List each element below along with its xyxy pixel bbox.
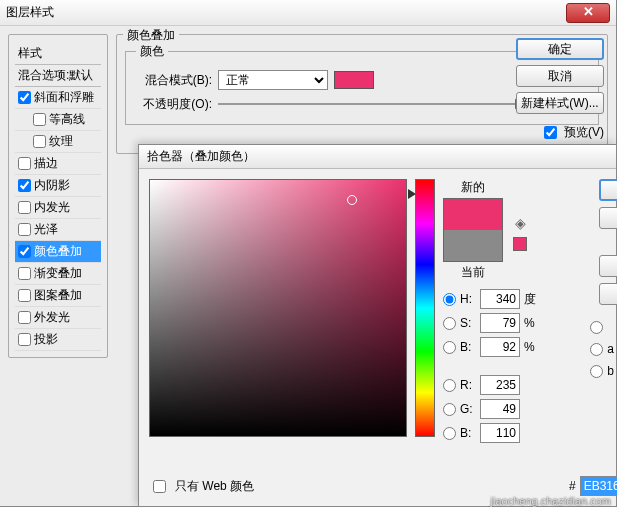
- new-style-button[interactable]: 新建样式(W)...: [516, 92, 604, 114]
- style-item-纹理[interactable]: 纹理: [15, 131, 101, 153]
- overlay-color-swatch[interactable]: [334, 71, 374, 89]
- radio-b[interactable]: [590, 365, 603, 378]
- radio-R[interactable]: [443, 379, 456, 392]
- saturation-value-field[interactable]: [149, 179, 407, 437]
- hex-input[interactable]: [580, 476, 617, 496]
- radio-b-label: b: [607, 364, 614, 378]
- blend-mode-select[interactable]: 正常: [218, 70, 328, 90]
- radio-G[interactable]: [443, 403, 456, 416]
- main-titlebar: 图层样式 ✕: [0, 0, 616, 26]
- preview-label: 预览(V): [564, 124, 604, 141]
- label-S: S:: [460, 316, 476, 330]
- style-item-外发光[interactable]: 外发光: [15, 307, 101, 329]
- style-label: 内发光: [34, 199, 70, 216]
- styles-header[interactable]: 样式: [15, 43, 101, 65]
- hex-label: #: [569, 479, 576, 493]
- style-item-等高线[interactable]: 等高线: [15, 109, 101, 131]
- style-label: 外发光: [34, 309, 70, 326]
- label-G: G:: [460, 402, 476, 416]
- style-checkbox[interactable]: [18, 201, 31, 214]
- style-label: 内阴影: [34, 177, 70, 194]
- style-item-内阴影[interactable]: 内阴影: [15, 175, 101, 197]
- unit-H: 度: [524, 291, 538, 308]
- current-label: 当前: [461, 264, 485, 281]
- style-label: 图案叠加: [34, 287, 82, 304]
- style-label: 渐变叠加: [34, 265, 82, 282]
- style-label: 斜面和浮雕: [34, 89, 94, 106]
- sv-cursor-icon: [347, 195, 357, 205]
- radio-a[interactable]: [590, 343, 603, 356]
- input-R[interactable]: [480, 375, 520, 395]
- color-legend: 颜色: [136, 43, 168, 60]
- unit-B: %: [524, 340, 538, 354]
- cancel-button[interactable]: 取消: [516, 65, 604, 87]
- style-checkbox[interactable]: [18, 179, 31, 192]
- style-label: 颜色叠加: [34, 243, 82, 260]
- styles-group: 样式 混合选项:默认 斜面和浮雕等高线纹理描边内阴影内发光光泽颜色叠加渐变叠加图…: [8, 34, 108, 358]
- input-S[interactable]: [480, 313, 520, 333]
- style-label: 描边: [34, 155, 58, 172]
- style-item-光泽[interactable]: 光泽: [15, 219, 101, 241]
- input-H[interactable]: [480, 289, 520, 309]
- style-checkbox[interactable]: [18, 157, 31, 170]
- preview-checkbox[interactable]: [544, 126, 557, 139]
- new-label: 新的: [461, 179, 485, 196]
- input-B[interactable]: [480, 423, 520, 443]
- style-checkbox[interactable]: [18, 333, 31, 346]
- style-label: 光泽: [34, 221, 58, 238]
- web-only-checkbox[interactable]: [153, 480, 166, 493]
- blend-options-item[interactable]: 混合选项:默认: [15, 65, 101, 87]
- label-B: B:: [460, 340, 476, 354]
- style-checkbox[interactable]: [18, 267, 31, 280]
- mini-swatch[interactable]: [513, 237, 527, 251]
- close-button[interactable]: ✕: [566, 3, 610, 23]
- style-checkbox[interactable]: [18, 245, 31, 258]
- input-G[interactable]: [480, 399, 520, 419]
- overlay-group-title: 颜色叠加: [123, 27, 179, 44]
- style-item-图案叠加[interactable]: 图案叠加: [15, 285, 101, 307]
- picker-btn-2[interactable]: [599, 207, 617, 229]
- picker-ok-button[interactable]: [599, 179, 617, 201]
- ok-button[interactable]: 确定: [516, 38, 604, 60]
- new-current-swatch[interactable]: [443, 198, 503, 262]
- style-checkbox[interactable]: [33, 113, 46, 126]
- style-item-渐变叠加[interactable]: 渐变叠加: [15, 263, 101, 285]
- label-B: B:: [460, 426, 476, 440]
- main-title: 图层样式: [6, 4, 54, 21]
- style-checkbox[interactable]: [18, 91, 31, 104]
- picker-btn-4[interactable]: [599, 283, 617, 305]
- radio-extra-top[interactable]: [590, 321, 603, 334]
- opacity-slider[interactable]: [218, 103, 525, 105]
- label-H: H:: [460, 292, 476, 306]
- style-item-描边[interactable]: 描边: [15, 153, 101, 175]
- style-label: 纹理: [49, 133, 73, 150]
- style-checkbox[interactable]: [33, 135, 46, 148]
- style-label: 投影: [34, 331, 58, 348]
- hue-slider[interactable]: [415, 179, 435, 437]
- web-only-label: 只有 Web 颜色: [175, 478, 254, 495]
- radio-H[interactable]: [443, 293, 456, 306]
- style-checkbox[interactable]: [18, 311, 31, 324]
- hue-arrow-icon: [408, 189, 416, 199]
- style-list: 样式 混合选项:默认 斜面和浮雕等高线纹理描边内阴影内发光光泽颜色叠加渐变叠加图…: [15, 43, 101, 351]
- picker-title: 拾色器（叠加颜色）: [147, 148, 255, 165]
- color-picker-dialog: 拾色器（叠加颜色） 新的 当前 ◈: [138, 144, 617, 507]
- style-item-投影[interactable]: 投影: [15, 329, 101, 351]
- cube-icon: ◈: [515, 215, 526, 231]
- picker-add-button[interactable]: 添: [599, 255, 617, 277]
- input-B[interactable]: [480, 337, 520, 357]
- radio-B[interactable]: [443, 427, 456, 440]
- style-item-颜色叠加[interactable]: 颜色叠加: [15, 241, 101, 263]
- style-checkbox[interactable]: [18, 223, 31, 236]
- style-item-内发光[interactable]: 内发光: [15, 197, 101, 219]
- radio-B[interactable]: [443, 341, 456, 354]
- style-item-斜面和浮雕[interactable]: 斜面和浮雕: [15, 87, 101, 109]
- style-label: 等高线: [49, 111, 85, 128]
- picker-titlebar: 拾色器（叠加颜色）: [139, 145, 616, 169]
- radio-a-label: a: [607, 342, 614, 356]
- opacity-label: 不透明度(O):: [136, 96, 212, 113]
- label-R: R:: [460, 378, 476, 392]
- radio-S[interactable]: [443, 317, 456, 330]
- watermark-text: jiaocheng.chazidian.com: [491, 495, 611, 507]
- style-checkbox[interactable]: [18, 289, 31, 302]
